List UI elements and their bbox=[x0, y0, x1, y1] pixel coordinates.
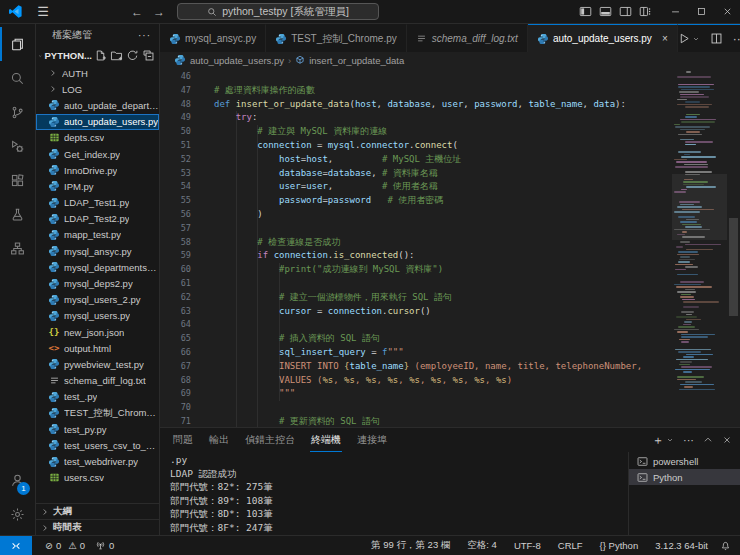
file-row[interactable]: IPM.py bbox=[36, 178, 159, 194]
breadcrumb-symbol[interactable]: insert_or_update_data bbox=[309, 55, 404, 66]
line-number: 54 bbox=[160, 180, 191, 194]
file-row[interactable]: LDAP_Test2.py bbox=[36, 211, 159, 227]
activity-run-debug-icon[interactable] bbox=[0, 129, 35, 163]
minimap-line bbox=[677, 376, 704, 378]
activity-settings-icon[interactable] bbox=[0, 497, 35, 531]
minimap-line bbox=[677, 104, 712, 106]
file-row[interactable]: test_users_csv_to_mys... bbox=[36, 437, 159, 453]
minimap-line bbox=[678, 351, 701, 353]
window-minimize-button[interactable] bbox=[662, 0, 688, 24]
editor-tab[interactable]: mysql_ansyc.py bbox=[160, 24, 266, 52]
split-editor-icon[interactable] bbox=[710, 32, 723, 45]
panel-tab-輸出[interactable]: 輸出 bbox=[208, 428, 230, 452]
sidebar-section-大綱[interactable]: 大綱 bbox=[36, 503, 159, 519]
file-row[interactable]: schema_diff_log.txt bbox=[36, 373, 159, 389]
file-row[interactable]: mysql_users_2.py bbox=[36, 292, 159, 308]
tab-close-icon[interactable]: × bbox=[662, 33, 668, 44]
file-row[interactable]: pywebview_test.py bbox=[36, 356, 159, 372]
file-row[interactable]: mysql_users.py bbox=[36, 308, 159, 324]
run-python-button[interactable] bbox=[678, 32, 700, 45]
file-row[interactable]: mysql_ansyc.py bbox=[36, 243, 159, 259]
panel-tab-連接埠[interactable]: 連接埠 bbox=[356, 428, 388, 452]
terminal-item-powershell[interactable]: powershell bbox=[629, 453, 740, 469]
workspace-section-header[interactable]: PYTHON... bbox=[36, 46, 159, 65]
file-row[interactable]: users.csv bbox=[36, 470, 159, 486]
file-row[interactable]: {}new_json.json bbox=[36, 324, 159, 340]
editor-tab[interactable]: auto_update_users.py× bbox=[528, 24, 678, 52]
file-row[interactable]: auto_update_users.py bbox=[36, 114, 159, 130]
minimap-line bbox=[679, 364, 690, 366]
sidebar-section-時間表[interactable]: 時間表 bbox=[36, 519, 159, 535]
remote-indicator[interactable] bbox=[0, 536, 32, 555]
window-close-button[interactable] bbox=[714, 0, 740, 24]
activity-source-control-icon[interactable] bbox=[0, 95, 35, 129]
py-file-icon bbox=[48, 294, 60, 306]
status-item[interactable]: 3.12.3 64-bit bbox=[650, 540, 713, 551]
new-file-icon[interactable] bbox=[94, 49, 107, 62]
txt-file-icon bbox=[416, 33, 428, 45]
editor-scrollbar[interactable] bbox=[727, 68, 740, 427]
bell-icon[interactable] bbox=[720, 540, 731, 551]
file-row[interactable]: mapp_test.py bbox=[36, 227, 159, 243]
file-row[interactable]: <>output.html bbox=[36, 340, 159, 356]
panel-tab-問題[interactable]: 問題 bbox=[172, 428, 194, 452]
file-row[interactable]: test_webdriver.py bbox=[36, 454, 159, 470]
window-maximize-button[interactable] bbox=[688, 0, 714, 24]
file-row[interactable]: auto_update_departm... bbox=[36, 97, 159, 113]
status-item[interactable]: CRLF bbox=[553, 540, 588, 551]
status-item[interactable]: 空格: 4 bbox=[462, 539, 502, 552]
panel-tab-終端機[interactable]: 終端機 bbox=[310, 428, 342, 452]
toggle-panel-icon[interactable] bbox=[599, 5, 612, 18]
new-folder-icon[interactable] bbox=[110, 49, 123, 62]
toggle-sidebar-icon[interactable] bbox=[579, 5, 592, 18]
close-panel-icon[interactable] bbox=[722, 435, 732, 445]
nav-back-icon[interactable]: ← bbox=[131, 5, 143, 19]
ports-indicator[interactable]: 0 bbox=[90, 540, 119, 551]
editor-more-actions-icon[interactable]: ··· bbox=[733, 32, 740, 46]
activity-extensions-icon[interactable] bbox=[0, 163, 35, 197]
file-row[interactable]: LOG bbox=[36, 81, 159, 97]
activity-search-icon[interactable] bbox=[0, 61, 35, 95]
status-item[interactable]: 第 99 行，第 23 欄 bbox=[366, 539, 455, 552]
toggle-secondary-sidebar-icon[interactable] bbox=[619, 5, 632, 18]
file-row[interactable]: test_py.py bbox=[36, 421, 159, 437]
command-center-search[interactable]: python_testpy [系統管理員] bbox=[177, 3, 379, 20]
menu-hamburger-icon[interactable]: ☰ bbox=[33, 4, 53, 19]
new-terminal-button[interactable]: ＋ bbox=[652, 432, 674, 449]
status-item[interactable]: {} Python bbox=[595, 540, 644, 551]
code-editor[interactable]: 4647484950515253545556575859606162636465… bbox=[160, 68, 740, 427]
file-row[interactable]: Get_index.py bbox=[36, 146, 159, 162]
file-row[interactable]: mysql_departments.py bbox=[36, 259, 159, 275]
activity-accounts-icon[interactable]: 1 bbox=[0, 463, 35, 497]
file-row[interactable]: AUTH bbox=[36, 65, 159, 81]
scrollbar-thumb[interactable] bbox=[729, 218, 738, 316]
problems-indicator[interactable]: ⊘0 ⚠0 bbox=[40, 540, 90, 551]
activity-explorer-icon[interactable] bbox=[0, 27, 35, 61]
breadcrumb-file[interactable]: auto_update_users.py bbox=[190, 55, 284, 66]
terminal-output[interactable]: .pyLDAP 認證成功部門代號：82*: 275筆部門代號：89*: 108筆… bbox=[160, 452, 628, 535]
explorer-more-actions-icon[interactable]: ··· bbox=[138, 30, 151, 41]
panel-tab-偵錯主控台[interactable]: 偵錯主控台 bbox=[244, 428, 296, 452]
terminal-item-Python[interactable]: Python bbox=[629, 469, 740, 485]
editor-tab[interactable]: TEST_控制_Chrome.py bbox=[266, 24, 407, 52]
minimap-line bbox=[686, 319, 701, 321]
collapse-all-icon[interactable] bbox=[142, 49, 155, 62]
file-row[interactable]: test_.py bbox=[36, 389, 159, 405]
customize-layout-icon[interactable] bbox=[639, 5, 652, 18]
refresh-icon[interactable] bbox=[126, 49, 139, 62]
nav-forward-icon[interactable]: → bbox=[153, 5, 165, 19]
file-row[interactable]: TEST_控制_Chrome.py bbox=[36, 405, 159, 421]
file-row[interactable]: InnoDrive.py bbox=[36, 162, 159, 178]
file-row[interactable]: depts.csv bbox=[36, 130, 159, 146]
activity-hierarchy-icon[interactable] bbox=[0, 231, 35, 265]
status-item[interactable]: UTF-8 bbox=[509, 540, 546, 551]
code-line bbox=[204, 222, 672, 236]
editor-tab[interactable]: schema_diff_log.txt bbox=[407, 24, 528, 52]
minimap[interactable] bbox=[672, 68, 727, 427]
file-row[interactable]: LDAP_Test1.py bbox=[36, 195, 159, 211]
maximize-panel-icon[interactable] bbox=[703, 435, 713, 445]
panel-more-actions-icon[interactable]: ··· bbox=[683, 434, 694, 446]
file-row[interactable]: mysql_deps2.py bbox=[36, 275, 159, 291]
activity-testing-icon[interactable] bbox=[0, 197, 35, 231]
section-label: 時間表 bbox=[53, 521, 82, 534]
